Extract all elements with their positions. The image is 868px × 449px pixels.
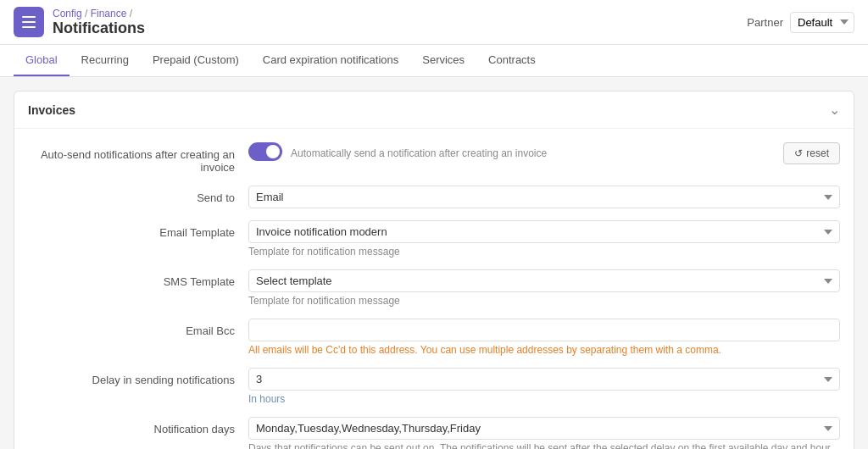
notification-days-hint: Days that notifications can be sent out … bbox=[248, 442, 840, 449]
delay-label: Delay in sending notifications bbox=[28, 368, 248, 386]
email-template-row: Email Template Invoice notification mode… bbox=[28, 220, 840, 258]
auto-send-toggle[interactable] bbox=[248, 142, 282, 161]
delay-hint: In hours bbox=[248, 393, 840, 405]
tab-global[interactable]: Global bbox=[14, 45, 70, 76]
email-bcc-input[interactable] bbox=[248, 319, 840, 341]
tab-prepaid-custom[interactable]: Prepaid (Custom) bbox=[141, 45, 251, 76]
sms-template-select[interactable]: Select template bbox=[248, 269, 840, 292]
send-to-row: Send to Email bbox=[28, 186, 840, 208]
auto-send-row: Auto-send notifications after creating a… bbox=[28, 142, 840, 174]
tab-card-expiration[interactable]: Card expiration notifications bbox=[251, 45, 410, 76]
top-bar: Config / Finance / Notifications Partner… bbox=[0, 0, 868, 45]
send-to-label: Send to bbox=[28, 186, 248, 204]
breadcrumb: Config / Finance / bbox=[53, 8, 145, 19]
reset-button[interactable]: ↺ reset bbox=[783, 142, 840, 164]
tab-contracts[interactable]: Contracts bbox=[476, 45, 548, 76]
reset-icon: ↺ bbox=[794, 147, 803, 159]
tab-recurring[interactable]: Recurring bbox=[70, 45, 141, 76]
email-template-hint: Template for notification message bbox=[248, 246, 840, 258]
notification-days-select[interactable]: Monday,Tuesday,Wednesday,Thursday,Friday bbox=[248, 417, 840, 440]
nav-tabs: Global Recurring Prepaid (Custom) Card e… bbox=[0, 45, 868, 77]
partner-select[interactable]: Default bbox=[790, 12, 854, 33]
invoices-section: Invoices ⌄ Auto-send notifications after… bbox=[14, 91, 854, 449]
send-to-select[interactable]: Email bbox=[248, 186, 840, 208]
section-title: Invoices bbox=[28, 103, 75, 117]
email-bcc-label: Email Bcc bbox=[28, 319, 248, 337]
auto-send-hint: Automatically send a notification after … bbox=[291, 147, 547, 159]
tab-services[interactable]: Services bbox=[410, 45, 476, 76]
hamburger-menu[interactable] bbox=[14, 7, 44, 37]
breadcrumb-finance[interactable]: Finance bbox=[91, 8, 127, 19]
sms-template-label: SMS Template bbox=[28, 269, 248, 288]
email-template-label: Email Template bbox=[28, 220, 248, 239]
chevron-down-icon[interactable]: ⌄ bbox=[829, 102, 840, 118]
auto-send-label: Auto-send notifications after creating a… bbox=[28, 142, 248, 174]
email-bcc-row: Email Bcc All emails will be Cc'd to thi… bbox=[28, 319, 840, 356]
partner-label: Partner bbox=[747, 16, 783, 29]
sms-template-hint: Template for notification message bbox=[248, 295, 840, 307]
page-title: Notifications bbox=[53, 19, 145, 37]
breadcrumb-config[interactable]: Config bbox=[53, 8, 82, 19]
delay-row: Delay in sending notifications 3 In hour… bbox=[28, 368, 840, 405]
email-template-select[interactable]: Invoice notification modern bbox=[248, 220, 840, 243]
notification-days-label: Notification days bbox=[28, 417, 248, 435]
delay-select[interactable]: 3 bbox=[248, 368, 840, 391]
email-bcc-hint: All emails will be Cc'd to this address.… bbox=[248, 344, 840, 356]
notification-days-row: Notification days Monday,Tuesday,Wednesd… bbox=[28, 417, 840, 449]
sms-template-row: SMS Template Select template Template fo… bbox=[28, 269, 840, 307]
